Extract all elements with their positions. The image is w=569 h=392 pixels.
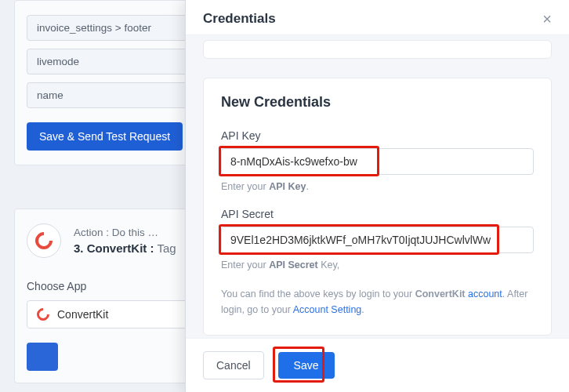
account-link[interactable]: account xyxy=(468,289,502,299)
api-key-label: API Key xyxy=(221,129,534,142)
connect-button-stub[interactable] xyxy=(27,343,58,371)
modal-body: New Credentials API Key Enter your API K… xyxy=(186,35,569,338)
credential-info-text: You can find the above keys by login to … xyxy=(221,286,534,318)
api-secret-label: API Secret xyxy=(221,208,534,220)
modal-header: Credentials × xyxy=(186,0,569,35)
api-key-input[interactable] xyxy=(221,148,534,175)
close-icon[interactable]: × xyxy=(542,11,552,27)
api-secret-group: API Secret Enter your API Secret Key, xyxy=(221,208,534,270)
new-credentials-card: New Credentials API Key Enter your API K… xyxy=(203,78,552,336)
action-prefix-label: Action : Do this … xyxy=(74,227,176,238)
card-heading: New Credentials xyxy=(221,94,534,111)
cancel-button[interactable]: Cancel xyxy=(203,351,264,379)
account-setting-link[interactable]: Account Setting xyxy=(293,304,362,315)
previous-card-stub xyxy=(203,40,552,59)
convertkit-mini-icon xyxy=(34,306,53,324)
modal-title: Credentials xyxy=(203,11,276,27)
api-key-group: API Key Enter your API Key. xyxy=(221,129,534,192)
modal-footer: Cancel Save xyxy=(186,338,569,392)
convertkit-icon xyxy=(27,223,61,258)
credentials-modal: Credentials × New Credentials API Key En… xyxy=(185,0,569,392)
save-button[interactable]: Save xyxy=(278,352,335,379)
action-title-label: 3. ConvertKit : Tag xyxy=(74,241,176,255)
choose-app-value: ConvertKit xyxy=(57,308,108,321)
api-secret-hint: Enter your API Secret Key, xyxy=(221,260,534,270)
api-key-hint: Enter your API Key. xyxy=(221,181,534,192)
save-send-test-request-button[interactable]: Save & Send Test Request xyxy=(27,122,183,151)
api-secret-input[interactable] xyxy=(221,227,534,253)
